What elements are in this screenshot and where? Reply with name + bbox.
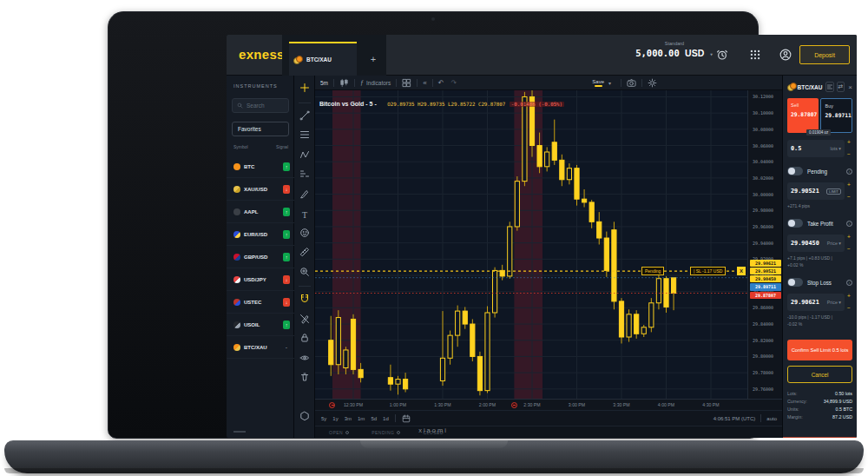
save-menu[interactable]: Save: [592, 79, 604, 88]
price-unit[interactable]: Price: [827, 241, 838, 246]
close-icon[interactable]: ×: [848, 83, 852, 91]
tp-minus-button[interactable]: −: [847, 247, 851, 253]
sell-button[interactable]: Sell 29.87807: [787, 98, 819, 133]
range-button-1y[interactable]: 1y: [332, 416, 338, 421]
redo-icon[interactable]: ↷: [450, 79, 457, 87]
chart-type-icon[interactable]: [339, 78, 349, 88]
lock-tool-icon[interactable]: [299, 333, 310, 343]
pending-toggle[interactable]: [787, 167, 803, 175]
text-tool-icon[interactable]: T: [299, 208, 310, 218]
signal-badge: ↓: [283, 275, 290, 284]
instrument-icon: [233, 321, 240, 328]
range-button-1d[interactable]: 1d: [383, 416, 389, 421]
fibonacci-tool-icon[interactable]: [299, 129, 310, 140]
tp-plus-button[interactable]: +: [847, 235, 851, 241]
chevron-down-icon: ▾: [710, 51, 713, 58]
instrument-row[interactable]: EUR/USD↑: [227, 223, 294, 246]
zoom-tool-icon[interactable]: [299, 267, 310, 277]
stop-loss-toggle[interactable]: [787, 278, 803, 287]
instrument-row[interactable]: USTEC↓: [227, 291, 294, 314]
summary-row: Margin:87.2 USD: [787, 414, 852, 422]
instrument-row[interactable]: XAU/USD↓: [227, 178, 294, 201]
undo-icon[interactable]: ↶: [438, 79, 444, 87]
open-price-badge: 29.90521: [750, 268, 781, 275]
magnet-tool-icon[interactable]: [299, 294, 310, 304]
favorites-dropdown[interactable]: Favorites: [232, 122, 289, 136]
timeframe-button[interactable]: 5m: [320, 80, 328, 86]
price-unit[interactable]: Price: [827, 300, 838, 305]
deposit-button[interactable]: Deposit: [799, 45, 850, 64]
market-closed-marker-icon[interactable]: [329, 402, 335, 408]
sl-minus-button[interactable]: −: [847, 306, 851, 312]
chart-legend: Bitcoin vs Gold - 5 - O29.89735 H29.8973…: [319, 94, 564, 109]
pattern-tool-icon[interactable]: [299, 149, 310, 160]
range-button-3m[interactable]: 3m: [345, 416, 352, 421]
indicators-button[interactable]: Indicators: [366, 80, 391, 86]
new-tab-button[interactable]: +: [364, 42, 383, 76]
apps-grid-icon[interactable]: [749, 49, 761, 61]
brush-tool-icon[interactable]: [299, 188, 310, 199]
auto-scale-button[interactable]: auto: [766, 416, 777, 421]
pending-order-tag[interactable]: Pending: [641, 267, 664, 275]
swap-view-icon[interactable]: ⇄: [837, 82, 845, 92]
objects-tree-icon[interactable]: [299, 411, 310, 421]
trend-line-tool-icon[interactable]: [299, 110, 310, 121]
volume-minus-button[interactable]: −: [847, 152, 851, 158]
range-button-5y[interactable]: 5y: [321, 416, 326, 421]
crosshair-tool-icon[interactable]: [299, 83, 310, 93]
chart-settings-gear-icon[interactable]: [648, 78, 657, 88]
hide-drawings-icon[interactable]: [299, 353, 310, 363]
open-price-minus-button[interactable]: −: [847, 195, 851, 201]
instrument-row[interactable]: BTC↑: [227, 155, 294, 178]
take-profit-input[interactable]: 29.90450 Price ▾: [787, 235, 845, 252]
range-button-5d[interactable]: 5d: [371, 416, 377, 421]
instrument-row[interactable]: BTC/XAU-: [227, 336, 294, 359]
instrument-row[interactable]: AAPL↑: [227, 201, 294, 223]
instrument-row[interactable]: GBP/USD↑: [227, 246, 294, 268]
volume-input[interactable]: 0.5 lots ▾: [787, 140, 845, 157]
stop-loss-input[interactable]: 29.90621 Price ▾: [787, 294, 845, 311]
stop-loss-tag[interactable]: | SL -1.17 USD: [690, 267, 726, 275]
price-axis[interactable]: 29.90621 29.90521 29.90450 29.89711 29.8…: [747, 90, 782, 410]
stop-loss-close-icon[interactable]: X: [737, 267, 746, 275]
info-icon[interactable]: i: [846, 221, 852, 227]
account-switcher[interactable]: Standard 5,000.00 USD ▾: [633, 41, 716, 58]
measure-tool-icon[interactable]: [299, 247, 310, 257]
info-icon[interactable]: i: [846, 280, 852, 286]
market-depth-icon[interactable]: [825, 82, 834, 92]
calendar-icon[interactable]: [402, 414, 411, 423]
market-closed-marker-icon[interactable]: [511, 402, 517, 408]
screenshot-camera-icon[interactable]: [627, 78, 636, 88]
instrument-row[interactable]: USOIL↑: [227, 314, 294, 336]
layout-grid-icon[interactable]: [402, 78, 411, 88]
save-caret-icon[interactable]: ▾: [608, 80, 611, 86]
emoji-tool-icon[interactable]: [299, 228, 310, 238]
clock-label[interactable]: 4:06:51 PM (UTC): [713, 416, 756, 421]
price-tick: 29.82000: [753, 338, 773, 343]
search-input[interactable]: Search: [232, 98, 289, 113]
sl-plus-button[interactable]: +: [847, 294, 851, 300]
stop-loss-value: 29.90621: [791, 299, 827, 306]
chart-title[interactable]: Bitcoin vs Gold - 5 -: [319, 101, 377, 107]
instrument-row[interactable]: USD/JPY↓: [227, 268, 294, 291]
cancel-button[interactable]: Cancel: [787, 366, 852, 383]
buy-button[interactable]: Buy 29.89711: [820, 98, 852, 133]
volume-unit[interactable]: lots: [831, 146, 838, 151]
alarm-icon[interactable]: [716, 49, 728, 61]
chart-area[interactable]: Bitcoin vs Gold - 5 - O29.89735 H29.8973…: [315, 90, 747, 399]
range-button-1m[interactable]: 1m: [358, 416, 365, 421]
open-price-input[interactable]: 29.90521 LIMIT: [787, 182, 845, 200]
tab-btcxau[interactable]: BTC/XAU: [289, 42, 357, 76]
confirm-order-button[interactable]: Confirm Sell Limit 0.5 lots: [787, 340, 852, 360]
replay-icon[interactable]: «: [423, 79, 426, 87]
open-price-plus-button[interactable]: +: [847, 182, 851, 188]
draw-visibility-icon[interactable]: [299, 314, 310, 324]
take-profit-toggle[interactable]: [787, 219, 803, 228]
delete-drawings-icon[interactable]: [299, 372, 310, 382]
time-axis[interactable]: 12:30 PM1:00 PM1:30 PM2:00 PM2:30 PM3:00…: [315, 399, 782, 410]
info-icon[interactable]: i: [846, 169, 852, 175]
volume-row: 0.5 lots ▾ + −: [787, 140, 852, 157]
volume-plus-button[interactable]: +: [847, 140, 851, 146]
profile-icon[interactable]: [779, 49, 792, 61]
forecast-tool-icon[interactable]: [299, 169, 310, 179]
